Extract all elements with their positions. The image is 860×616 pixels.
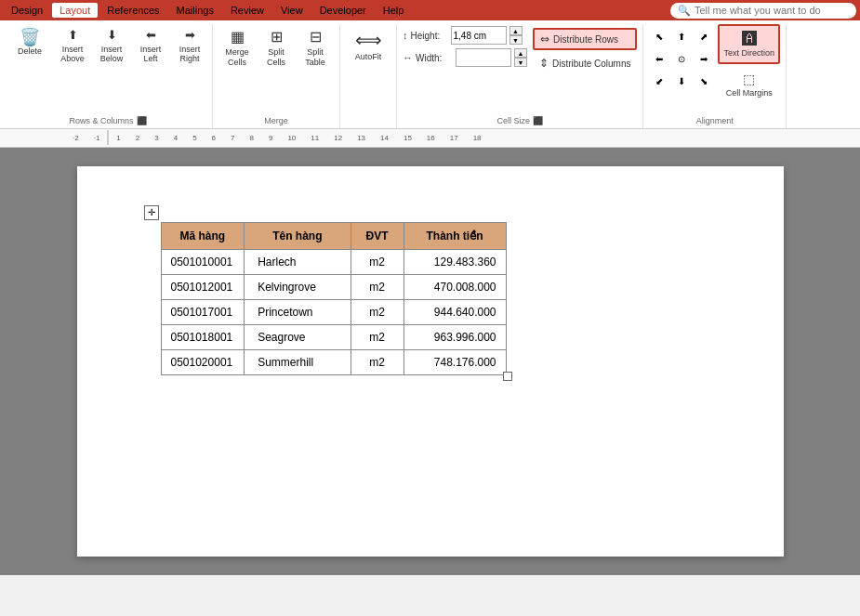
autofit-button[interactable]: ⟺ AutoFit [346,24,390,67]
align-bottom-left-button[interactable]: ⬋ [649,71,669,91]
insert-above-icon: ⬆ [68,28,78,43]
height-increment-button[interactable]: ▲ [509,26,523,35]
table-cell: Princetown [245,299,351,324]
menu-help[interactable]: Help [376,3,412,18]
table-cell: m2 [351,249,404,274]
distribute-rows-button[interactable]: ⇔ Distribute Rows [533,28,637,50]
width-input[interactable] [456,48,511,67]
menu-references[interactable]: References [99,3,166,18]
split-cells-icon: ⊞ [271,28,283,46]
ruler: ·2·1 12 34 56 78 910 1112 1314 1516 1718 [0,129,860,148]
cell-size-expand-icon[interactable]: ⬛ [533,116,543,125]
rows-columns-expand-icon[interactable]: ⬛ [137,116,147,125]
menu-review[interactable]: Review [223,3,271,18]
text-direction-button[interactable]: 🅰 Text Direction [718,24,780,64]
merge-cells-button[interactable]: ▦ MergeCells [218,24,256,72]
document-page: ✛ Mã hàng Tên hàng ĐVT Thành tiền 050101… [77,166,784,557]
align-bottom-center-button[interactable]: ⬇ [671,71,692,91]
autofit-label: AutoFit [355,52,382,62]
table-cell: Kelvingrove [245,274,351,299]
align-top-left-button[interactable]: ⬉ [649,26,669,46]
width-decrement-button[interactable]: ▼ [514,58,527,67]
cell-margins-icon: ⬚ [743,72,755,87]
table-resize-handle[interactable] [503,372,512,381]
table-cell: 0501012001 [161,274,245,299]
table-row: 0501012001 Kelvingrove m2 470.008.000 [161,274,506,299]
align-middle-right-button[interactable]: ➡ [694,48,714,69]
table-cell: 963.996.000 [404,324,506,349]
insert-below-icon: ⬇ [107,28,117,43]
distribute-rows-label: Distribute Rows [553,34,618,45]
table-cell: m2 [351,274,404,299]
insert-right-label: InsertRight [179,45,201,65]
table-header-code: Mã hàng [161,222,245,249]
merge-label: Merge [218,116,334,128]
table-cell: Summerhill [245,349,351,374]
table-cell: 470.008.000 [404,274,506,299]
table-move-handle[interactable]: ✛ [144,205,159,220]
delete-icon: 🗑️ [20,29,40,46]
split-table-label: SplitTable [305,47,325,68]
table-cell: 0501018001 [161,324,245,349]
table-cell: m2 [351,324,404,349]
search-input[interactable] [695,5,843,16]
table-row: 0501010001 Harlech m2 129.483.360 [161,249,506,274]
insert-right-button[interactable]: ➡ InsertRight [171,24,208,68]
menu-mailings[interactable]: Mailings [169,3,221,18]
distribute-cols-label: Distribute Columns [552,59,630,69]
align-middle-left-button[interactable]: ⬅ [649,48,669,69]
distribute-cols-button[interactable]: ⇕ Distribute Columns [533,53,637,73]
table-cell: Harlech [245,249,351,274]
height-icon: ↕ [403,30,408,41]
height-label: Height: [411,31,448,41]
insert-above-label: InsertAbove [60,45,85,65]
split-cells-button[interactable]: ⊞ SplitCells [258,24,295,72]
table-header-unit: ĐVT [351,222,404,249]
width-increment-button[interactable]: ▲ [514,48,527,58]
table-cell: m2 [351,299,404,324]
insert-below-label: InsertBelow [100,45,124,65]
cell-size-label: Cell Size ⬛ [403,116,637,128]
split-table-icon: ⊟ [310,28,322,46]
table-header-name: Tên hàng [245,222,351,249]
distribute-rows-icon: ⇔ [540,33,549,46]
table-cell: 944.640.000 [404,299,506,324]
table-cell: Seagrove [245,324,351,349]
align-middle-center-button[interactable]: ⊙ [671,48,692,69]
menu-design[interactable]: Design [4,3,50,18]
table: Mã hàng Tên hàng ĐVT Thành tiền 05010100… [161,222,507,375]
table-header-amount: Thành tiền [404,222,506,249]
cell-margins-button[interactable]: ⬚ Cell Margins [718,67,780,103]
table-cell: 0501010001 [161,249,245,274]
width-label: Width: [416,53,453,63]
split-cells-label: SplitCells [267,47,285,68]
insert-above-button[interactable]: ⬆ InsertAbove [54,24,91,68]
align-top-center-button[interactable]: ⬆ [671,26,692,46]
merge-cells-icon: ▦ [231,28,245,46]
document-area: ✛ Mã hàng Tên hàng ĐVT Thành tiền 050101… [0,148,860,575]
insert-below-button[interactable]: ⬇ InsertBelow [93,24,130,68]
rows-columns-label: Rows & Columns ⬛ [7,116,208,128]
table-row: 0501020001 Summerhill m2 748.176.000 [161,349,506,374]
align-bottom-right-button[interactable]: ⬊ [694,71,714,91]
insert-left-label: InsertLeft [140,45,162,65]
menu-layout[interactable]: Layout [52,3,98,18]
insert-left-button[interactable]: ⬅ InsertLeft [132,24,169,68]
delete-button[interactable]: 🗑️ Delete [7,24,52,61]
menu-developer[interactable]: Developer [312,3,374,18]
autofit-icon: ⟺ [355,29,382,51]
cell-margins-label: Cell Margins [726,88,773,98]
height-decrement-button[interactable]: ▼ [509,35,523,45]
text-direction-icon: 🅰 [742,30,757,47]
table-row: 0501017001 Princetown m2 944.640.000 [161,299,506,324]
insert-right-icon: ➡ [185,28,195,43]
split-table-button[interactable]: ⊟ SplitTable [297,24,334,72]
insert-left-icon: ⬅ [146,28,156,43]
table-cell: 0501020001 [161,349,245,374]
table-cell: 0501017001 [161,299,245,324]
align-top-right-button[interactable]: ⬈ [694,26,714,46]
height-input[interactable] [451,26,507,45]
search-icon: 🔍 [678,5,691,17]
delete-label: Delete [18,46,42,57]
menu-view[interactable]: View [273,3,311,18]
